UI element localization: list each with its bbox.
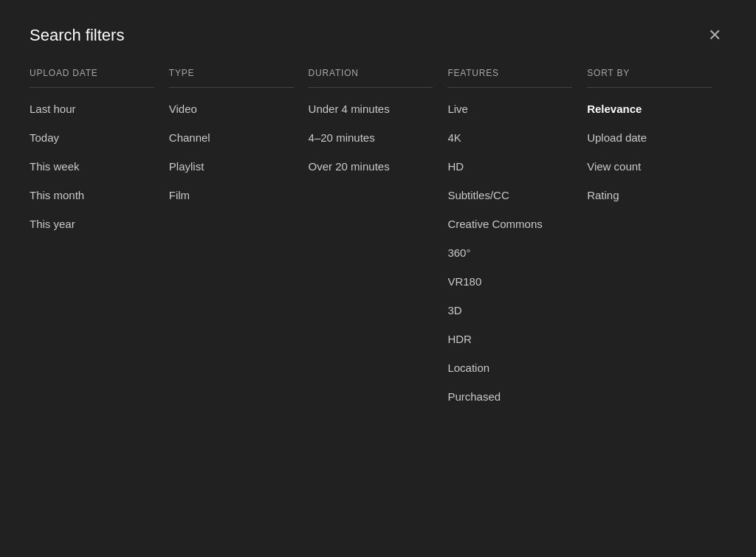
column-header-features: FEATURES <box>447 68 572 78</box>
filter-item-film[interactable]: Film <box>169 189 294 201</box>
filter-item-this-month[interactable]: This month <box>30 189 154 201</box>
filter-item-over-20-minutes[interactable]: Over 20 minutes <box>309 160 433 173</box>
filter-item-3d[interactable]: 3D <box>447 304 572 316</box>
filter-item-last-hour[interactable]: Last hour <box>30 103 154 115</box>
filter-item-4k[interactable]: 4K <box>447 131 572 144</box>
filter-item-this-year[interactable]: This year <box>30 218 154 230</box>
column-header-upload-date: UPLOAD DATE <box>30 68 154 78</box>
filter-item-hdr[interactable]: HDR <box>447 333 572 345</box>
filter-item-video[interactable]: Video <box>169 103 294 115</box>
filter-item-this-week[interactable]: This week <box>30 160 154 173</box>
filter-item-vr180[interactable]: VR180 <box>447 275 572 288</box>
filter-item-subtitles-cc[interactable]: Subtitles/CC <box>447 189 572 201</box>
filter-item-live[interactable]: Live <box>447 103 572 115</box>
column-sort-by: SORT BYRelevanceUpload dateView countRat… <box>587 68 726 419</box>
filter-item-location[interactable]: Location <box>447 361 572 374</box>
filter-item-rating[interactable]: Rating <box>587 189 712 201</box>
column-duration: DURATIONUnder 4 minutes4–20 minutesOver … <box>309 68 448 419</box>
filter-item-playlist[interactable]: Playlist <box>169 160 294 173</box>
column-features: FEATURESLive4KHDSubtitles/CCCreative Com… <box>447 68 587 419</box>
column-upload-date: UPLOAD DATELast hourTodayThis weekThis m… <box>30 68 169 419</box>
filter-item-under-4-minutes[interactable]: Under 4 minutes <box>309 103 433 115</box>
column-divider-type <box>169 87 294 88</box>
filter-item-view-count[interactable]: View count <box>587 160 712 173</box>
filter-item-purchased[interactable]: Purchased <box>447 390 572 403</box>
search-filters-modal: Search filters ✕ UPLOAD DATELast hourTod… <box>0 0 756 557</box>
filter-item-360-[interactable]: 360° <box>447 246 572 259</box>
filter-item-relevance[interactable]: Relevance <box>587 103 712 115</box>
filter-item-upload-date[interactable]: Upload date <box>587 131 712 144</box>
modal-title: Search filters <box>30 26 124 45</box>
filter-item-channel[interactable]: Channel <box>169 131 294 144</box>
column-header-type: TYPE <box>169 68 294 78</box>
filter-item-hd[interactable]: HD <box>447 160 572 173</box>
filter-item-creative-commons[interactable]: Creative Commons <box>447 218 572 230</box>
filter-item-today[interactable]: Today <box>30 131 154 144</box>
modal-header: Search filters ✕ <box>30 24 726 47</box>
column-divider-upload-date <box>30 87 154 88</box>
filters-columns: UPLOAD DATELast hourTodayThis weekThis m… <box>30 68 726 419</box>
column-header-duration: DURATION <box>309 68 433 78</box>
column-divider-features <box>447 87 572 88</box>
column-divider-duration <box>309 87 433 88</box>
column-header-sort-by: SORT BY <box>587 68 712 78</box>
filter-item-4-20-minutes[interactable]: 4–20 minutes <box>309 131 433 144</box>
close-button[interactable]: ✕ <box>703 24 726 47</box>
column-type: TYPEVideoChannelPlaylistFilm <box>169 68 309 419</box>
column-divider-sort-by <box>587 87 712 88</box>
